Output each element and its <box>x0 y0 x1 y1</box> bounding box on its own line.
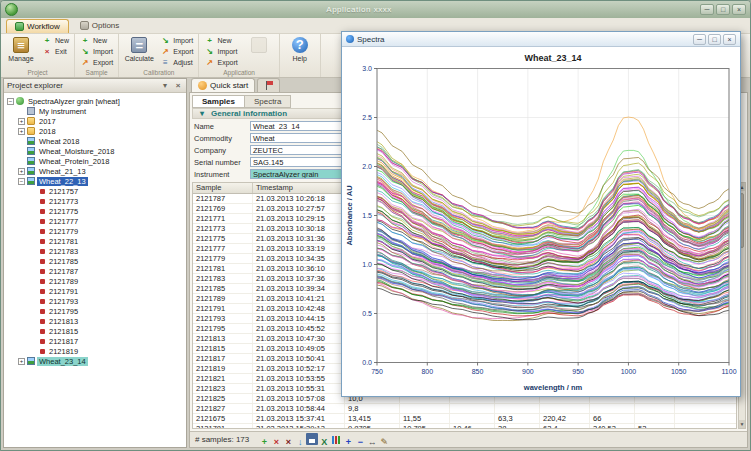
y-tick-label: 0.5 <box>362 310 372 317</box>
table-row[interactable]: 212167521.03.2013 15:37:4113,41511,5563,… <box>193 414 736 424</box>
save-icon[interactable] <box>306 433 318 445</box>
panel-close-icon[interactable] <box>173 81 183 91</box>
sample-icon <box>40 259 45 264</box>
field-label: Commodity <box>194 134 250 143</box>
x-tick-label: 950 <box>572 368 584 375</box>
calibration-export-button[interactable]: Export <box>158 46 195 57</box>
excel-icon[interactable] <box>318 436 330 448</box>
maximize-button[interactable] <box>716 4 730 15</box>
calibration-calculate-button[interactable]: Calculate <box>122 35 156 64</box>
ribbon-tab-workflow[interactable]: Workflow <box>6 19 69 33</box>
tree-item-my-instrument[interactable]: My instrument <box>4 106 186 116</box>
tree-item-2121791[interactable]: 2121791 <box>4 286 186 296</box>
tree-item-2121775[interactable]: 2121775 <box>4 206 186 216</box>
computer-icon <box>27 107 35 115</box>
tree-minus-icon[interactable]: − <box>18 178 25 185</box>
zoom-in-icon[interactable] <box>342 436 354 448</box>
spectra-maximize-button[interactable] <box>708 34 721 45</box>
column-header-sample[interactable]: Sample <box>193 183 253 193</box>
sample-icon <box>40 189 45 194</box>
collapse-chevron-icon[interactable] <box>197 109 207 119</box>
general-information-title: General information <box>211 109 287 118</box>
column-header-timestamp[interactable]: Timestamp <box>253 183 345 193</box>
tree-item-2121817[interactable]: 2121817 <box>4 336 186 346</box>
x-tick-label: 1050 <box>671 368 687 375</box>
tab-flag[interactable] <box>257 78 280 92</box>
tree-item-2121795[interactable]: 2121795 <box>4 306 186 316</box>
tree-plus-icon[interactable]: + <box>18 128 25 135</box>
tree-minus-icon[interactable]: − <box>7 98 14 105</box>
ribbon-group-calibration: CalculateImportExportAdjustCalibration <box>119 34 199 77</box>
spectra-window-titlebar[interactable]: Spectra <box>342 32 740 47</box>
ribbon-group-application: NewImportExportApplication <box>199 34 279 77</box>
application-import-button[interactable]: Import <box>202 46 239 57</box>
tree-item-wheat-moisture-2018[interactable]: Wheat_Moisture_2018 <box>4 146 186 156</box>
tree-item-2121793[interactable]: 2121793 <box>4 296 186 306</box>
tree-item-2121757[interactable]: 2121757 <box>4 186 186 196</box>
ribbon-group-sample: NewImportExportSample <box>75 34 119 77</box>
app-logo-icon[interactable] <box>5 3 18 16</box>
project-manage-button[interactable]: Manage <box>4 35 38 64</box>
tree-item-wheat-21-13[interactable]: +Wheat_21_13 <box>4 166 186 176</box>
calibration-import-button[interactable]: Import <box>158 35 195 46</box>
scroll-down-icon[interactable]: ▼ <box>739 420 745 428</box>
titlebar[interactable]: Application xxxx <box>1 1 750 18</box>
tree-item-wheat-protein-2018[interactable]: Wheat_Protein_2018 <box>4 156 186 166</box>
delete-icon[interactable] <box>270 436 282 448</box>
tree-item-spectraalyzer-grain-wheat[interactable]: −SpectraAlyzer grain [wheat] <box>4 96 186 106</box>
tab-quick-start[interactable]: Quick start <box>191 78 255 92</box>
tree-item-wheat-23-14[interactable]: +Wheat_23_14 <box>4 356 186 366</box>
sample-new-button[interactable]: New <box>78 35 115 46</box>
tree-plus-icon[interactable]: + <box>18 118 25 125</box>
tree-item-2121789[interactable]: 2121789 <box>4 276 186 286</box>
tree-item-2121773[interactable]: 2121773 <box>4 196 186 206</box>
sample-export-button[interactable]: Export <box>78 57 115 68</box>
tree-item-2121779[interactable]: 2121779 <box>4 226 186 236</box>
zoom-out-icon[interactable] <box>354 436 366 448</box>
tree-item-wheat-2018[interactable]: Wheat 2018 <box>4 136 186 146</box>
tree-item-2121785[interactable]: 2121785 <box>4 256 186 266</box>
calibration-adjust-button[interactable]: Adjust <box>158 57 195 68</box>
project-new-button[interactable]: New <box>40 35 71 46</box>
tree-item-2017[interactable]: +2017 <box>4 116 186 126</box>
chart-icon[interactable] <box>330 433 342 445</box>
application-export-button[interactable]: Export <box>202 57 239 68</box>
table-row[interactable]: 212182721.03.2013 10:58:449,8 <box>193 404 736 414</box>
edit-icon[interactable] <box>378 436 390 448</box>
import-icon[interactable] <box>294 436 306 448</box>
table-row[interactable]: 212178121.03.2013 15:39:139,870510,79510… <box>193 424 736 429</box>
clear-icon[interactable] <box>282 436 294 448</box>
spectra-close-button[interactable] <box>723 34 736 45</box>
tree-item-2121783[interactable]: 2121783 <box>4 246 186 256</box>
help-icon <box>292 37 308 53</box>
tree-item-2121813[interactable]: 2121813 <box>4 316 186 326</box>
project-exit-button[interactable]: Exit <box>40 46 71 57</box>
tab-spectra[interactable]: Spectra <box>245 95 292 108</box>
tree-item-2121815[interactable]: 2121815 <box>4 326 186 336</box>
tree-item-2018[interactable]: +2018 <box>4 126 186 136</box>
status-toolbar <box>258 431 390 449</box>
exit-icon <box>42 47 52 57</box>
import-icon <box>80 47 90 57</box>
spectra-window[interactable]: Spectra 7508008509009501000105011000.00.… <box>341 31 741 397</box>
help-help-button[interactable]: Help <box>283 35 317 64</box>
add-icon[interactable] <box>258 436 270 448</box>
sample-import-button[interactable]: Import <box>78 46 115 57</box>
application-new-button[interactable]: New <box>202 35 239 46</box>
export-icon <box>204 58 214 68</box>
pin-icon[interactable] <box>160 81 170 91</box>
tree-plus-icon[interactable]: + <box>18 168 25 175</box>
tab-samples[interactable]: Samples <box>192 95 245 108</box>
sample-icon <box>40 199 45 204</box>
minimize-button[interactable] <box>700 4 714 15</box>
tree-item-2121787[interactable]: 2121787 <box>4 266 186 276</box>
tree-item-2121781[interactable]: 2121781 <box>4 236 186 246</box>
spectra-minimize-button[interactable] <box>693 34 706 45</box>
tree-item-2121777[interactable]: 2121777 <box>4 216 186 226</box>
tree-item-2121819[interactable]: 2121819 <box>4 346 186 356</box>
tree-plus-icon[interactable]: + <box>18 358 25 365</box>
navigate-icon[interactable] <box>366 436 378 448</box>
tree-item-wheat-22-13[interactable]: −Wheat_22_13 <box>4 176 186 186</box>
ribbon-tab-options[interactable]: Options <box>71 18 129 33</box>
close-button[interactable] <box>732 4 746 15</box>
